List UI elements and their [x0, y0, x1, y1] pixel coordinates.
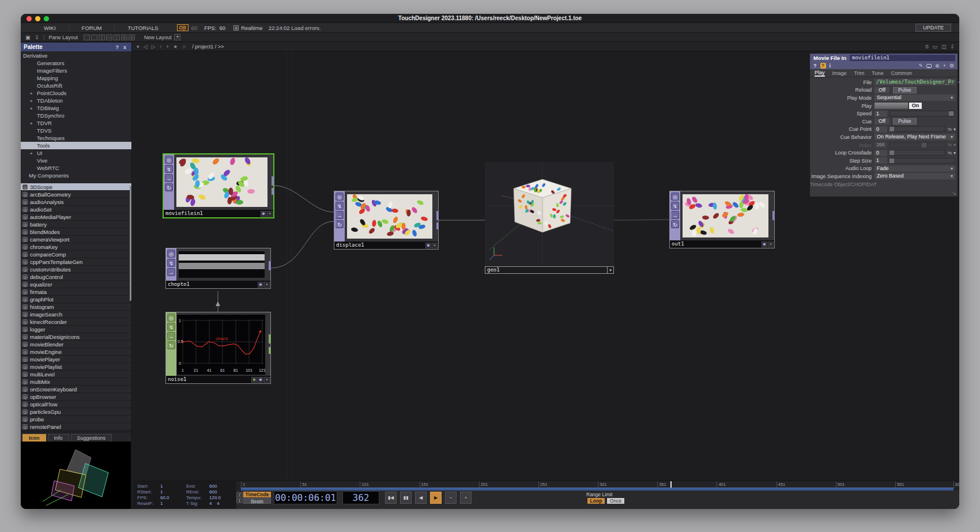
palette-op-moviePlayer[interactable]: ◎moviePlayer	[21, 356, 131, 363]
palette-op-compareComp[interactable]: ◎compareComp	[21, 251, 131, 258]
slider-track[interactable]	[889, 111, 955, 116]
lock-flag-icon[interactable]: ↻	[671, 220, 679, 228]
node-displace1[interactable]: ◎↯→↻ displace1 ●+	[334, 191, 439, 250]
node-noise1[interactable]: ◎↯→↻ 10.50121416181101121chan1 noise1 ●●…	[165, 312, 271, 384]
step-back-button[interactable]: −	[445, 492, 457, 504]
palette-op-moviePlaylist[interactable]: ◎moviePlaylist	[21, 363, 131, 371]
viewer-dot-button[interactable]: ●	[762, 242, 767, 247]
bypass-flag-icon[interactable]: ↯	[165, 165, 173, 173]
palette-op-autoMediaPlayer[interactable]: ◎autoMediaPlayer	[21, 213, 131, 221]
slider-track[interactable]	[889, 142, 945, 148]
slider-track[interactable]	[889, 126, 945, 132]
breadcrumb[interactable]: / project1 / >>	[192, 44, 224, 50]
render-flag-icon[interactable]: →	[167, 332, 175, 340]
update-button[interactable]: UPDATE	[915, 24, 951, 32]
step-forward-button[interactable]: +	[460, 492, 472, 504]
pulse-button[interactable]: Pulse	[893, 87, 917, 93]
output-connector2[interactable]	[436, 222, 439, 229]
back-icon[interactable]: ◁	[144, 44, 148, 50]
palette-op-arcBallGeometry[interactable]: ◎arcBallGeometry	[21, 191, 131, 198]
playhead-marker[interactable]	[670, 481, 672, 488]
loop-button[interactable]: Loop	[587, 498, 605, 504]
expand-button[interactable]: +	[264, 282, 270, 288]
value-field[interactable]: 0	[875, 126, 887, 133]
dropdown-field[interactable]: Zero Based▾	[875, 173, 955, 179]
add-layout-button[interactable]: +	[174, 34, 180, 40]
palette-tree-item-Derivative[interactable]: ▾Derivative	[21, 52, 131, 59]
parent-up-icon[interactable]: ↑	[159, 44, 162, 50]
palette-op-probe[interactable]: ◎probe	[21, 416, 131, 423]
pulse-button[interactable]: Pulse	[893, 118, 917, 124]
slider-handle[interactable]	[922, 143, 926, 148]
flag-dot-button[interactable]: ●	[251, 377, 257, 383]
palette-help-button[interactable]: ?	[113, 44, 121, 50]
pane-preset-hsplit[interactable]	[106, 35, 112, 40]
palette-tree-item-ImageFilters[interactable]: ImageFilters	[21, 67, 131, 74]
expand-button[interactable]: +	[607, 267, 613, 273]
palette-tree-item-TDSynchro[interactable]: TDSynchro	[21, 112, 131, 119]
palette-tree-item-TDBitwig[interactable]: ▸TDBitwig	[21, 104, 131, 112]
palette-op-chromaKey[interactable]: ◎chromaKey	[21, 243, 131, 251]
render-flag-icon[interactable]: →	[336, 211, 344, 219]
value-field[interactable]: 1	[875, 111, 887, 117]
palette-tree-item-Mapping[interactable]: Mapping	[21, 74, 131, 82]
dropdown-field[interactable]: Sequential▾	[875, 95, 955, 101]
beats-mode-button[interactable]: Beats	[243, 498, 271, 504]
pane-collapse-icon[interactable]: ⇩	[950, 44, 955, 50]
param-tab-play[interactable]: Play	[815, 70, 825, 77]
toggle-field[interactable]: Off	[875, 118, 889, 124]
star-icon[interactable]: ★	[173, 44, 178, 50]
slider-handle[interactable]	[889, 159, 894, 163]
render-flag-icon[interactable]: →	[165, 174, 173, 182]
palette-tree-item-PointClouds[interactable]: ▸PointClouds	[21, 89, 131, 97]
render-flag-icon[interactable]: →	[167, 268, 175, 276]
viewer-flag-icon[interactable]: ◎	[336, 193, 344, 201]
dropdown-field[interactable]: Fade▾	[875, 165, 955, 172]
lock-flag-icon[interactable]: ↻	[336, 220, 344, 228]
output-connector[interactable]	[269, 334, 271, 344]
expand-button[interactable]: +	[432, 243, 438, 248]
palette-op-remotePanel[interactable]: ◎remotePanel	[21, 423, 131, 431]
input-connector2[interactable]	[334, 219, 336, 227]
bypass-flag-icon[interactable]: ↯	[167, 323, 175, 331]
node-chopto1[interactable]: ◎↯→ chopto1 ●+	[165, 248, 271, 289]
value-field[interactable]: 1	[875, 157, 887, 164]
viewer-dot-button[interactable]: ●	[258, 377, 263, 383]
palette-op-imageSearch[interactable]: ◎imageSearch	[21, 311, 131, 318]
viewer-flag-icon[interactable]: ◎	[671, 193, 679, 201]
menu-tutorials[interactable]: TUTORIALS	[115, 25, 171, 31]
play-reverse-button[interactable]: ◀	[415, 492, 427, 504]
lock-flag-icon[interactable]: ↻	[165, 183, 173, 191]
timecode-mode-button[interactable]: TimeCode	[243, 492, 271, 497]
file-add-icon[interactable]: +	[958, 80, 959, 85]
output-connector[interactable]	[436, 211, 439, 220]
pane-preset-quad[interactable]	[121, 35, 127, 40]
play-toggle-state[interactable]: On	[909, 103, 922, 109]
info-icon[interactable]: i	[830, 63, 831, 69]
lock-flag-icon[interactable]: ↻	[167, 341, 175, 349]
chevron-down-icon[interactable]: ▾	[953, 142, 956, 148]
pane-preset-quad2[interactable]	[129, 35, 135, 40]
dropdown-field[interactable]: On Release, Play Next Frame▾	[875, 134, 955, 140]
tab-icon[interactable]: Icon	[22, 434, 46, 442]
menu-wiki[interactable]: WIKI	[31, 25, 69, 31]
viewer-dot-button[interactable]: ●	[258, 282, 263, 288]
palette-op-logger[interactable]: ◎logger	[21, 326, 131, 333]
palette-op-histogram[interactable]: ◎histogram	[21, 303, 131, 311]
import-icon[interactable]: ⇩	[35, 35, 40, 40]
output-connector[interactable]	[772, 211, 775, 220]
field-value[interactable]: 1	[160, 489, 186, 495]
palette-op-equalizer[interactable]: ◎equalizer	[21, 281, 131, 288]
param-tab-image[interactable]: Image	[832, 70, 847, 76]
pencil-icon[interactable]: ✎	[919, 63, 924, 69]
resize-handle-icon[interactable]: ↘	[952, 190, 956, 196]
language-icon[interactable]: ⊕	[935, 63, 940, 69]
op-help-icon[interactable]: ?	[820, 63, 826, 69]
palette-tree-item-My Components[interactable]: My Components	[21, 172, 131, 179]
jump-start-button[interactable]: ▮◀	[385, 492, 397, 504]
chevron-down-icon[interactable]: ▾	[953, 127, 956, 132]
param-tab-trim[interactable]: Trim	[854, 70, 865, 76]
realtime-checkbox[interactable]: x	[233, 25, 239, 31]
palette-op-3DScope[interactable]: ◎3DScope	[21, 183, 131, 191]
bypass-flag-icon[interactable]: ↯	[336, 202, 344, 210]
